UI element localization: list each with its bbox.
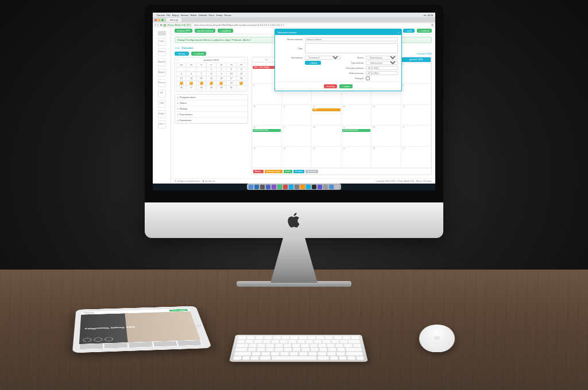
accordion-item[interactable]: Kasowanie [175, 118, 247, 123]
browser-menu-icon[interactable]: ≡ [432, 24, 433, 26]
cal-day[interactable]: 31 [226, 85, 236, 90]
calendar-cell[interactable]: 13 [342, 105, 372, 126]
menubar-item[interactable]: Okno [208, 14, 214, 17]
add-invoice-button[interactable]: wystaw fakturę [195, 29, 215, 33]
dock-app-icon[interactable] [335, 185, 339, 189]
menubar-item[interactable]: File [167, 14, 170, 17]
back-button[interactable]: ‹ wróć [403, 29, 414, 33]
accordion-item[interactable]: Status [175, 100, 247, 106]
close-icon[interactable]: × [398, 31, 399, 34]
sidebar-item[interactable]: JPK [158, 89, 166, 98]
calendar-cell[interactable]: 26 [372, 147, 401, 168]
dock-app-icon[interactable] [306, 185, 311, 189]
calendar-cell[interactable]: 21 [401, 126, 431, 147]
footer-left[interactable]: ⚙ konfiguruj listę/kalendarz · 🗑 wyczyść… [175, 180, 215, 182]
calendar-cell[interactable]: 11 [282, 105, 312, 126]
cal-day[interactable]: 2 [216, 67, 226, 72]
sidebar-item[interactable]: Faktury [158, 48, 166, 56]
cancel-button[interactable]: ✕ anuluj [324, 84, 337, 88]
month-label[interactable]: grudzień 2016 [401, 57, 431, 62]
dock-app-icon[interactable] [254, 185, 259, 189]
cal-day[interactable]: 7 [196, 72, 206, 76]
cal-day[interactable]: 26 [176, 85, 186, 90]
nav-reload-icon[interactable]: ⟳ [160, 24, 162, 26]
sidebar-item[interactable]: Pracow. [158, 79, 166, 87]
cal-day[interactable]: 22 [206, 81, 216, 85]
prev-month-button[interactable]: ‹ listopad 2016 [416, 52, 432, 55]
calendar-event[interactable]: ZUS [312, 108, 341, 111]
cal-day[interactable]: 9 [216, 72, 226, 76]
calendar-cell[interactable]: 10 [252, 105, 282, 126]
menubar-item[interactable]: Pomoc [224, 14, 231, 17]
cal-day[interactable]: 6 [186, 72, 196, 76]
dock-app-icon[interactable] [249, 185, 253, 189]
calendar-cell[interactable]: 19▶ Start Rozliczenia [342, 126, 372, 147]
accordion-item[interactable]: Kontrahenci [175, 112, 247, 118]
calendar-cell[interactable]: 15 [401, 105, 431, 126]
add-task-button[interactable]: + zadanie [191, 52, 206, 56]
save-button[interactable]: ✓ zapisz [339, 84, 353, 88]
calendar-cell[interactable]: 20 [372, 126, 401, 147]
calendar-cell[interactable]: 24 [312, 147, 342, 168]
new-task-button[interactable]: + zadanie [417, 29, 432, 33]
calendar-cell[interactable]: 22 [252, 147, 282, 168]
dock-app-icon[interactable] [318, 185, 322, 189]
dock-app-icon[interactable] [312, 185, 316, 189]
cal-day[interactable]: 8 [206, 72, 216, 76]
cal-day[interactable] [237, 85, 246, 90]
cal-day[interactable]: 27 [186, 85, 196, 90]
sidebar-item[interactable]: CRM [158, 100, 166, 108]
cal-day[interactable]: 18 [237, 76, 246, 81]
cal-day[interactable]: 4 [237, 67, 246, 72]
sidebar-item[interactable]: Majątek [158, 69, 166, 77]
mini-calendar[interactable]: ‹ grudzień 2016 › pnwtśrczptsond12345678… [175, 57, 248, 92]
add-expense-button[interactable]: + wydatek [218, 29, 233, 33]
apple-keyboard[interactable] [229, 335, 368, 362]
dock-app-icon[interactable] [272, 185, 276, 189]
magic-mouse[interactable] [418, 325, 455, 352]
browser-tab[interactable]: ifirma.pl [167, 18, 181, 22]
type-select[interactable]: Jednorazowe [366, 61, 398, 65]
add-kontrahent-button[interactable]: + dodaj [305, 61, 321, 65]
window-controls[interactable] [154, 19, 164, 21]
cal-day[interactable]: 13 [186, 76, 196, 81]
cal-day[interactable]: 5 [176, 72, 186, 76]
accordion-item[interactable]: Rodzaj [175, 106, 247, 112]
task-name-input[interactable] [305, 37, 398, 41]
dock-app-icon[interactable] [277, 185, 282, 189]
cal-day[interactable]: 20 [186, 81, 196, 85]
calendar-event[interactable]: ▶ Start Rozliczenia [342, 129, 370, 132]
cal-day[interactable]: 24 [226, 81, 236, 85]
cal-next-icon[interactable]: › [245, 58, 245, 61]
cal-day[interactable]: 30 [216, 85, 226, 90]
home-button-icon[interactable] [196, 325, 201, 327]
calendar-cell[interactable]: 25 [342, 147, 372, 168]
dock-app-icon[interactable] [260, 185, 265, 189]
cal-day[interactable]: 12 [176, 76, 186, 81]
menubar-item[interactable]: Zakładki [198, 14, 207, 17]
menubar-item[interactable]: Chrome [157, 14, 165, 17]
tab-calendar[interactable]: Kalendarz [182, 46, 194, 49]
menubar-item[interactable]: Edycja [172, 14, 179, 17]
sidebar-item[interactable]: Ustaw. [158, 120, 166, 128]
calendar-cell[interactable]: 3 [401, 63, 431, 84]
cal-day[interactable]: 19 [176, 81, 186, 85]
menubar-item[interactable]: Widok [190, 14, 196, 17]
start-date-input[interactable] [366, 66, 398, 70]
dock-app-icon[interactable] [283, 185, 288, 189]
calendar-cell[interactable]: 27 [401, 147, 431, 168]
cal-day[interactable]: 17 [226, 76, 236, 81]
today-button[interactable]: ‹ dzisiaj › [175, 52, 189, 56]
dock-app-icon[interactable] [323, 185, 328, 189]
calendar-cell[interactable]: 14 [372, 105, 401, 126]
status-select[interactable]: Niezrealizow. [366, 56, 398, 60]
tab-list[interactable]: Lista [175, 46, 180, 49]
cal-day[interactable]: 1 [206, 67, 216, 72]
cal-day[interactable]: 11 [237, 72, 246, 76]
sidebar-item[interactable]: Pulpit [158, 38, 166, 46]
cal-day[interactable] [196, 67, 206, 72]
calendar-cell[interactable]: 9 [401, 84, 431, 105]
cal-day[interactable] [186, 67, 196, 72]
status-badge[interactable]: średnie KPY [175, 29, 192, 33]
cal-day[interactable]: 25 [237, 81, 246, 85]
